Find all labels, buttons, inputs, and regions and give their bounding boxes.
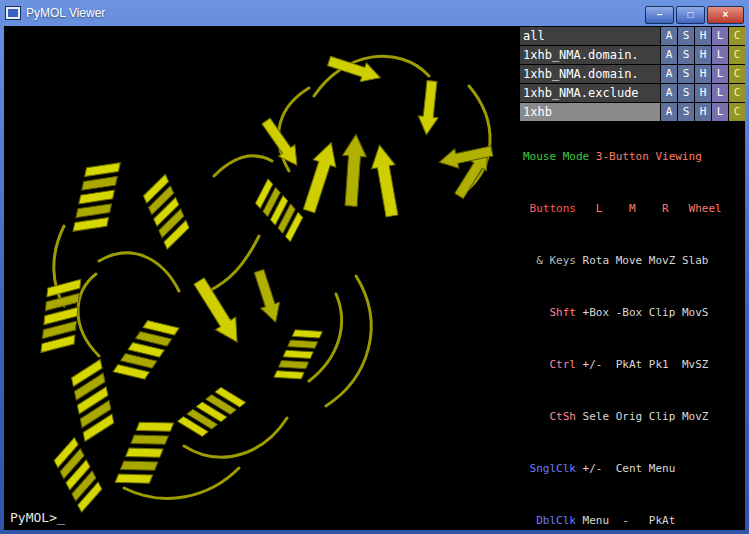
viewport-3d[interactable]: PyMOL>_	[4, 26, 520, 530]
panel-button-a[interactable]: A	[661, 84, 677, 102]
panel-button-s[interactable]: S	[678, 84, 694, 102]
object-action-buttons: ASHLC	[660, 27, 745, 45]
object-name[interactable]: 1xhb_NMA.domain.	[520, 46, 660, 64]
side-panel: all ASHLC 1xhb_NMA.domain. ASHLC 1xhb_NM…	[520, 26, 745, 530]
panel-button-l[interactable]: L	[712, 103, 728, 121]
keys-row: & Keys Rota Move MovZ Slab	[523, 254, 743, 267]
window-content: PyMOL>_ all ASHLC 1xhb_NMA.domain. ASHLC…	[4, 26, 745, 530]
ctrl-row: Ctrl +/- PkAt Pk1 MvSZ	[523, 358, 743, 371]
double-click-row: DblClk Menu - PkAt	[523, 514, 743, 527]
object-action-buttons: ASHLC	[660, 65, 745, 83]
window-title: PyMOL Viewer	[26, 6, 105, 20]
panel-button-a[interactable]: A	[661, 65, 677, 83]
panel-button-a[interactable]: A	[661, 46, 677, 64]
panel-button-s[interactable]: S	[678, 27, 694, 45]
object-name[interactable]: 1xhb_NMA.domain.	[520, 65, 660, 83]
mouse-mode-panel: Mouse Mode 3-Button Viewing Buttons L M …	[520, 122, 745, 534]
object-action-buttons: ASHLC	[660, 103, 745, 121]
object-list: all ASHLC 1xhb_NMA.domain. ASHLC 1xhb_NM…	[520, 26, 745, 122]
panel-button-s[interactable]: S	[678, 103, 694, 121]
command-prompt[interactable]: PyMOL>_	[10, 510, 65, 525]
object-row[interactable]: all ASHLC	[520, 27, 745, 45]
panel-button-h[interactable]: H	[695, 103, 711, 121]
object-row[interactable]: 1xhb ASHLC	[520, 103, 745, 121]
panel-button-c[interactable]: C	[729, 84, 745, 102]
minimize-button[interactable]: –	[645, 6, 674, 24]
ctrl-shift-row: CtSh Sele Orig Clip MovZ	[523, 410, 743, 423]
buttons-header-line: Buttons L M R Wheel	[523, 202, 743, 215]
panel-button-a[interactable]: A	[661, 103, 677, 121]
object-row[interactable]: 1xhb_NMA.exclude ASHLC	[520, 84, 745, 102]
single-click-row: SnglClk +/- Cent Menu	[523, 462, 743, 475]
panel-button-h[interactable]: H	[695, 84, 711, 102]
app-icon	[5, 6, 21, 20]
panel-button-s[interactable]: S	[678, 46, 694, 64]
object-row[interactable]: 1xhb_NMA.domain. ASHLC	[520, 46, 745, 64]
maximize-button[interactable]: □	[676, 6, 705, 24]
panel-button-c[interactable]: C	[729, 27, 745, 45]
object-action-buttons: ASHLC	[660, 84, 745, 102]
mouse-mode-line[interactable]: Mouse Mode 3-Button Viewing	[523, 150, 743, 163]
close-button[interactable]: ×	[707, 6, 744, 24]
titlebar[interactable]: PyMOL Viewer – □ ×	[0, 0, 749, 26]
object-name[interactable]: all	[520, 27, 660, 45]
window-controls: – □ ×	[645, 3, 744, 24]
panel-button-c[interactable]: C	[729, 103, 745, 121]
panel-button-l[interactable]: L	[712, 84, 728, 102]
pymol-window: PyMOL Viewer – □ ×	[0, 0, 749, 534]
panel-button-c[interactable]: C	[729, 46, 745, 64]
object-name[interactable]: 1xhb_NMA.exclude	[520, 84, 660, 102]
panel-button-l[interactable]: L	[712, 46, 728, 64]
panel-button-c[interactable]: C	[729, 65, 745, 83]
panel-button-l[interactable]: L	[712, 27, 728, 45]
panel-button-h[interactable]: H	[695, 46, 711, 64]
panel-button-s[interactable]: S	[678, 65, 694, 83]
panel-button-h[interactable]: H	[695, 27, 711, 45]
object-name[interactable]: 1xhb	[520, 103, 660, 121]
protein-structure	[4, 26, 520, 530]
panel-button-l[interactable]: L	[712, 65, 728, 83]
panel-button-a[interactable]: A	[661, 27, 677, 45]
object-action-buttons: ASHLC	[660, 46, 745, 64]
object-row[interactable]: 1xhb_NMA.domain. ASHLC	[520, 65, 745, 83]
panel-button-h[interactable]: H	[695, 65, 711, 83]
shift-row: Shft +Box -Box Clip MovS	[523, 306, 743, 319]
